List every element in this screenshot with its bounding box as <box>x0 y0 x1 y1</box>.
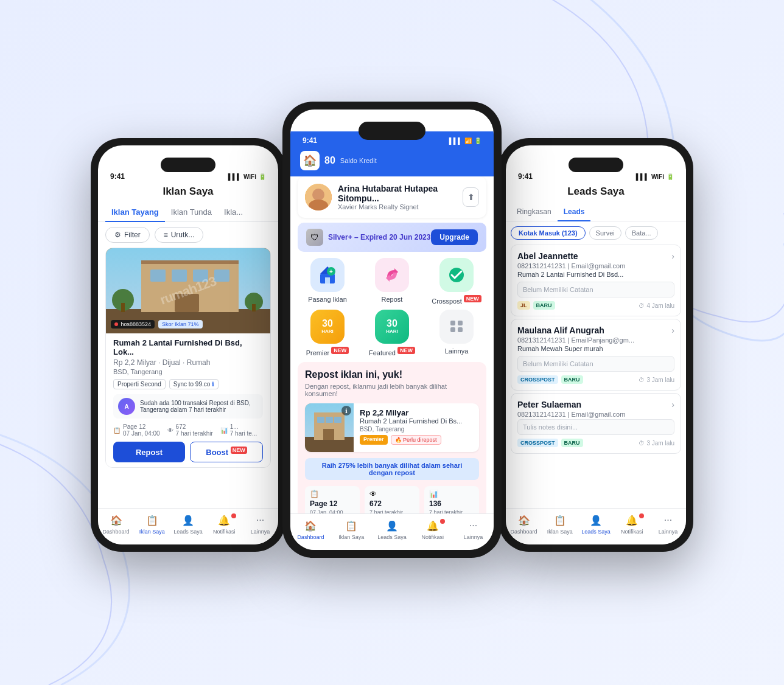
svg-text:+: + <box>329 268 333 275</box>
left-time: 9:41 <box>110 172 125 181</box>
left-repost-notice: A Sudah ada 100 transaksi Repost di BSD,… <box>113 394 263 419</box>
right-time: 9:41 <box>518 172 533 181</box>
left-tag-second: Properti Second <box>113 379 166 389</box>
center-upgrade-button[interactable]: Upgrade <box>431 229 478 245</box>
left-status-icons: ▌▌▌ WiFi 🔋 <box>228 173 266 180</box>
right-ftab-bata[interactable]: Bata... <box>625 226 658 240</box>
right-nav-notifikasi[interactable]: 🔔 Notifikasi <box>614 513 650 535</box>
center-menu-premier[interactable]: 30 HARI Premier NEW <box>298 310 357 356</box>
right-lead-time-1: ⏱ 3 Jam lalu <box>639 377 674 383</box>
center-menu-pasang-iklan[interactable]: + Pasang Iklan <box>298 258 357 305</box>
right-lead-chevron-1: › <box>671 325 674 335</box>
left-nav-iklan-saya[interactable]: 📋 Iklan Saya <box>134 513 170 535</box>
center-menu-lainnya-icon <box>439 310 474 344</box>
center-nav-leads-saya[interactable]: 👤 Leads Saya <box>372 519 413 540</box>
center-nav-iklan-saya-icon: 📋 <box>345 519 358 532</box>
right-dynamic-island <box>569 158 623 172</box>
svg-rect-19 <box>325 277 330 283</box>
left-boost-button[interactable]: Boost NEW <box>190 442 263 462</box>
right-tabs: Ringkasan Leads <box>506 203 686 221</box>
center-repost-tags: Premier 🔥 Perlu direpost <box>360 435 473 445</box>
center-nav-iklan-saya[interactable]: 📋 Iklan Saya <box>331 519 372 540</box>
center-repost-desc: Dengan repost, iklanmu jadi lebih banyak… <box>305 383 479 397</box>
left-tag-sync: Sync to 99.co ℹ <box>169 379 219 389</box>
center-repost-price: Rp 2,2 Milyar <box>360 408 473 417</box>
left-phone-screen: 9:41 ▌▌▌ WiFi 🔋 Iklan Saya Iklan Tayang … <box>98 145 278 544</box>
right-lead-notes-1[interactable]: Belum Memiliki Catatan <box>517 356 674 372</box>
right-status-icons: ▌▌▌ WiFi 🔋 <box>636 173 674 180</box>
svg-rect-28 <box>334 417 341 423</box>
right-nav-dashboard[interactable]: 🏠 Dashboard <box>506 513 542 535</box>
svg-point-15 <box>312 189 324 201</box>
left-nav-lainnya[interactable]: ··· Lainnya <box>242 513 278 535</box>
svg-rect-4 <box>141 260 239 264</box>
right-lead-name-1: Maulana Alif Anugrah <box>517 325 671 335</box>
phones-wrapper: 9:41 ▌▌▌ WiFi 🔋 Iklan Saya Iklan Tayang … <box>57 65 727 643</box>
right-phone: 9:41 ▌▌▌ WiFi 🔋 Leads Saya Ringkasan Lea… <box>499 138 693 552</box>
center-profile-card[interactable]: Arina Hutabarat Hutapea Sitompu... Xavie… <box>298 176 486 218</box>
right-lead-card-2[interactable]: Peter Sulaeman 0821312141231 | Email@gma… <box>511 393 681 454</box>
left-nav-notif-badge <box>231 513 236 518</box>
left-nav-dashboard[interactable]: 🏠 Dashboard <box>98 513 134 535</box>
center-menu-crosspost[interactable]: Crosspost NEW <box>427 258 486 305</box>
center-credit-icon: 🏠 <box>300 151 320 170</box>
right-lead-time-2: ⏱ 3 Jam lalu <box>639 440 674 447</box>
center-phone: 9:41 ▌▌▌ 📶 🔋 🏠 80 Saldo Kredit <box>282 102 502 558</box>
center-menu-featured[interactable]: 30 HARI Featured NEW <box>362 310 422 356</box>
right-ftab-kotak-masuk[interactable]: Kotak Masuk (123) <box>511 226 586 240</box>
center-boost-info: Raih 275% lebih banyak dilihat dalam seh… <box>305 458 479 480</box>
right-lead-footer-0: JL BARU ⏱ 4 Jam lalu <box>517 301 674 310</box>
left-notice-text: Sudah ada 100 transaksi Repost di BSD, T… <box>140 400 258 413</box>
right-lead-notes-2[interactable]: Tulis notes disini... <box>517 419 674 435</box>
left-nav-leads-saya-icon: 👤 <box>181 513 195 527</box>
right-lead-card-1[interactable]: Maulana Alif Anugrah 0821312141231 | Ema… <box>511 319 681 391</box>
left-tab-iklan-tunda[interactable]: Iklan Tunda <box>165 203 218 221</box>
right-lead-tag-baru-0: BARU <box>533 301 555 310</box>
left-property-card[interactable]: rumah123 hos8883524 Skor Iklan 71% <box>105 248 271 468</box>
center-silver-banner: 🛡 Silver+ – Expired 20 Jun 2023 Upgrade <box>298 223 486 252</box>
center-nav-notifikasi[interactable]: 🔔 Notifikasi <box>412 519 453 540</box>
left-nav-lainnya-icon: ··· <box>253 513 267 527</box>
center-profile-avatar <box>305 184 332 210</box>
right-ftab-survei[interactable]: Survei <box>589 226 621 240</box>
left-property-image: rumah123 hos8883524 Skor Iklan 71% <box>106 248 270 333</box>
left-property-location: BSD, Tangerang <box>113 368 263 375</box>
right-lead-tag-crosspost-1: CROSSPOST <box>517 375 558 384</box>
right-nav-dashboard-icon: 🏠 <box>517 513 531 527</box>
left-nav-notifikasi[interactable]: 🔔 Notifikasi <box>206 513 242 535</box>
center-menu-featured-label: Featured NEW <box>369 347 415 356</box>
left-nav-leads-saya[interactable]: 👤 Leads Saya <box>170 513 206 535</box>
svg-rect-5 <box>150 269 166 282</box>
left-tabs: Iklan Tayang Iklan Tunda Ikla... <box>98 203 278 222</box>
right-nav-lainnya[interactable]: ··· Lainnya <box>650 513 686 535</box>
center-nav-lainnya[interactable]: ··· Lainnya <box>453 519 494 540</box>
center-menu-repost[interactable]: Repost <box>362 258 422 305</box>
right-lead-card-0[interactable]: Abel Jeannette 0821312141231 | Email@gma… <box>511 245 681 316</box>
right-lead-chevron-2: › <box>671 400 674 409</box>
right-tab-ringkasan[interactable]: Ringkasan <box>511 203 558 221</box>
right-tab-leads[interactable]: Leads <box>558 203 591 221</box>
center-menu-lainnya[interactable]: Lainnya <box>427 310 486 356</box>
right-lead-tag-jl-0: JL <box>517 301 530 310</box>
svg-rect-6 <box>172 269 187 282</box>
right-nav-leads-saya[interactable]: 👤 Leads Saya <box>578 513 614 535</box>
right-lead-footer-1: CROSSPOST BARU ⏱ 3 Jam lalu <box>517 375 674 384</box>
left-filter-row: ⚙ Filter ≡ Urutk... <box>98 222 278 248</box>
left-tab-iklan-tayang[interactable]: Iklan Tayang <box>105 203 165 221</box>
right-nav-leads-saya-icon: 👤 <box>589 513 603 527</box>
center-profile-company: Xavier Marks Realty Signet <box>338 203 457 210</box>
center-repost-prop-body: Rp 2,2 Milyar Rumah 2 Lantai Furnished D… <box>354 403 479 452</box>
left-tab-ikla[interactable]: Ikla... <box>218 203 249 221</box>
left-sort-button[interactable]: ≡ Urutk... <box>155 227 204 243</box>
right-nav-lainnya-icon: ··· <box>661 513 674 527</box>
center-profile-name: Arina Hutabarat Hutapea Sitompu... <box>338 184 457 203</box>
right-nav-iklan-saya[interactable]: 📋 Iklan Saya <box>542 513 578 535</box>
center-nav-dashboard[interactable]: 🏠 Dashboard <box>290 519 331 540</box>
right-lead-notes-0[interactable]: Belum Memiliki Catatan <box>517 282 674 297</box>
left-repost-button[interactable]: Repost <box>113 442 185 462</box>
left-filter-button[interactable]: ⚙ Filter <box>105 227 150 243</box>
left-dynamic-island <box>161 158 215 172</box>
center-share-button[interactable]: ⬆ <box>463 187 479 207</box>
right-nav-notifikasi-icon: 🔔 <box>625 513 639 527</box>
center-dynamic-island <box>359 122 425 140</box>
